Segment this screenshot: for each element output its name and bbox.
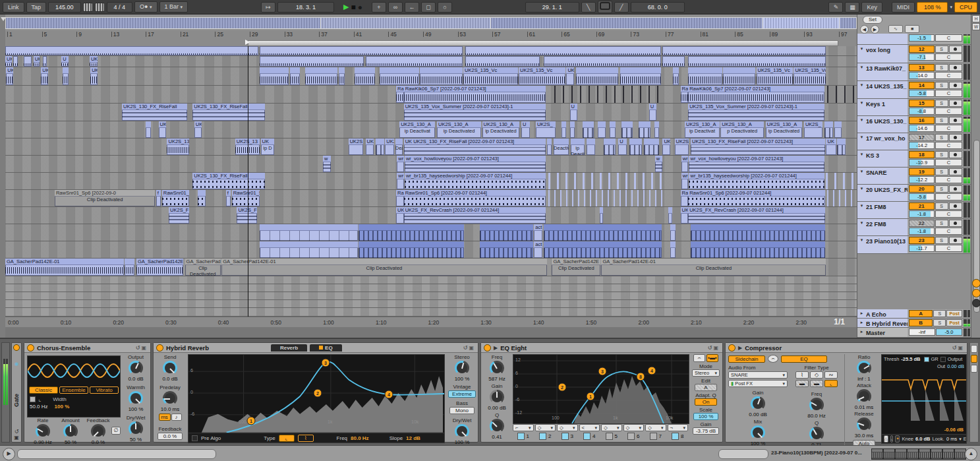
clip[interactable]: U	[649, 104, 657, 121]
hybrid-type-split-button[interactable]: ⌇	[298, 435, 314, 442]
key-map-button[interactable]: Key	[861, 2, 882, 13]
eq8-band-toggle[interactable]: 5	[601, 433, 622, 440]
clip[interactable]	[544, 224, 662, 241]
compressor-tap-selector[interactable]: ▮ Post FX▾	[728, 380, 788, 387]
set-locator-button[interactable]: Set	[863, 16, 882, 24]
midi-arrangement-overdub-button[interactable]: ∞	[388, 2, 403, 13]
hybrid-reverb-hotswap-icon[interactable]: ↺▣	[463, 345, 475, 351]
track-fold-icon[interactable]: ▾	[857, 236, 866, 253]
clip[interactable]: wr	[681, 173, 688, 189]
arm-button[interactable]	[949, 185, 962, 193]
clip[interactable]	[691, 224, 825, 241]
eq8-band-7[interactable]: ◇▾7	[645, 424, 666, 444]
comp-output-checkbox[interactable]	[940, 357, 946, 362]
arrangement-overview[interactable]	[5, 17, 857, 29]
clip[interactable]	[5, 46, 258, 55]
track-fold-icon[interactable]: ▾	[857, 133, 866, 150]
eq8-band-type-selector[interactable]: ◇▾	[623, 424, 645, 431]
track-header[interactable]: ▾17 wr_vox_ho17S-14.2C	[857, 133, 971, 150]
clip[interactable]: GA_SacherPad142E-01	[136, 259, 183, 276]
clip[interactable]	[688, 67, 722, 85]
clip[interactable]	[465, 56, 540, 67]
volume-field[interactable]: -1.5	[909, 34, 935, 42]
clip[interactable]: GA_SacherPad142E-01	[5, 259, 124, 276]
volume-field[interactable]: -12.2	[909, 176, 935, 183]
clip[interactable]	[837, 138, 846, 155]
clip[interactable]: UK2S_135_Vox_Summer [2022-09-07 021243]-…	[688, 104, 824, 121]
clip[interactable]	[639, 121, 650, 138]
track-name[interactable]: 23 Piano10(13	[866, 236, 908, 253]
hybrid-eq-marker-1[interactable]: 1	[247, 417, 256, 425]
track-activator-button[interactable]: 16	[909, 117, 935, 124]
clip[interactable]: UK2S_130_Aip Deactivat	[399, 121, 435, 138]
clip[interactable]	[544, 241, 662, 258]
compressor-release-knob[interactable]: Release30.0 ms	[848, 411, 880, 439]
return-tap-button[interactable]: Post	[946, 310, 962, 317]
eq8-band-checkbox[interactable]	[606, 433, 613, 440]
clip[interactable]: UK2S_130_Aip Deactivat	[685, 121, 720, 138]
eq8-band-4[interactable]: <▾4	[579, 424, 600, 444]
clip[interactable]: UK	[34, 56, 40, 67]
chorus-hpf-freq[interactable]: 50.0 Hz	[30, 404, 48, 410]
eq8-band-toggle[interactable]: 4	[579, 433, 600, 440]
chorus-hotswap-icon[interactable]: ↺▣	[136, 345, 148, 351]
clip[interactable]	[547, 138, 552, 155]
solo-button[interactable]: S	[935, 82, 948, 89]
clip[interactable]: Ra	[681, 86, 689, 103]
metronome-button[interactable]: O● ▾	[134, 1, 157, 13]
track-activator-button[interactable]: 13	[909, 64, 935, 71]
clip[interactable]: UK2S_130_Aip Deactivated	[482, 121, 520, 138]
device-gate-collapsed[interactable]: ❄ Gate ↺ ▣	[11, 342, 22, 443]
clip[interactable]: RawSnr01_S	[162, 190, 189, 206]
track-activator-button[interactable]: 12	[909, 46, 935, 53]
compressor-sidechain-toggle[interactable]: Sidechain	[728, 355, 765, 363]
eq8-band-checkbox[interactable]	[672, 433, 679, 440]
solo-button[interactable]: S	[935, 117, 948, 124]
pan-field[interactable]: C	[935, 72, 962, 79]
clip[interactable]: UKip D	[261, 138, 275, 155]
solo-button[interactable]: S	[935, 237, 948, 244]
compressor-listen-icon[interactable]: ⌢	[768, 355, 778, 363]
eq8-band-type-selector[interactable]: ◇▾	[601, 424, 622, 431]
clip-deactivated[interactable]: RawSnr01_Sp6 [2022-09-0Clip Deactivated	[55, 190, 155, 206]
clip[interactable]	[673, 67, 679, 85]
clip[interactable]	[260, 224, 358, 241]
eq8-scale-field[interactable]: 100 %	[693, 413, 718, 420]
stop-button[interactable]: ■	[351, 3, 355, 12]
track-name[interactable]: 20 UK2S_FX_R	[866, 185, 908, 201]
eq8-band-type-selector[interactable]: ◇▾	[557, 424, 578, 431]
clip[interactable]	[260, 67, 289, 85]
clip[interactable]: UK2S_135_Vc	[519, 67, 565, 85]
clip[interactable]	[691, 241, 825, 258]
solo-button[interactable]: S	[935, 202, 948, 210]
clip[interactable]: UK2S_130_FX_RiseFall [2022-09-07 021243]	[691, 138, 825, 155]
record-button[interactable]: ●	[358, 3, 362, 12]
track-lane[interactable]	[5, 284, 857, 292]
track-fold-icon[interactable]: ▾	[857, 116, 866, 133]
track-header[interactable]: ▾Keys 115S-8.8C	[857, 99, 971, 116]
clip[interactable]	[355, 67, 375, 85]
clip[interactable]	[13, 56, 18, 67]
clip[interactable]: UK2S_130_Aip Deactivated	[766, 121, 803, 138]
track-name[interactable]: KS 3	[866, 150, 908, 167]
hybrid-pre-algo-checkbox[interactable]	[192, 435, 198, 441]
track-fold-icon[interactable]: ▾	[857, 45, 866, 63]
session-record-button[interactable]: ◻	[421, 2, 436, 13]
volume-field[interactable]: -11.7	[909, 245, 935, 252]
hybrid-feedback-field[interactable]: 0.0 %	[158, 433, 183, 440]
clip[interactable]: act	[534, 241, 542, 258]
clip[interactable]	[670, 224, 676, 241]
track-lane[interactable]	[5, 292, 857, 300]
clip[interactable]: UK2S_130_FX_RiseFall	[192, 173, 265, 189]
eq8-marker-3[interactable]: 3	[598, 367, 607, 376]
eq8-spectrum-button[interactable]: ▪▬▪	[706, 354, 718, 362]
solo-button[interactable]: S	[935, 220, 948, 227]
chorus-warmth-knob[interactable]: Warmth100 %	[122, 384, 150, 412]
compressor-q-knob[interactable]: Q0.71	[792, 420, 842, 448]
clip[interactable]	[662, 56, 685, 67]
clip[interactable]	[548, 190, 662, 206]
track-lane[interactable]: UK2S_13UK2S_13UKip DUK2S_130_FUK2SUK2Dea…	[5, 138, 857, 156]
hybrid-eq-marker-2[interactable]: 2	[314, 389, 322, 398]
nudge-up-button[interactable]	[95, 3, 105, 12]
track-fold-icon[interactable]: ▾	[857, 185, 866, 201]
